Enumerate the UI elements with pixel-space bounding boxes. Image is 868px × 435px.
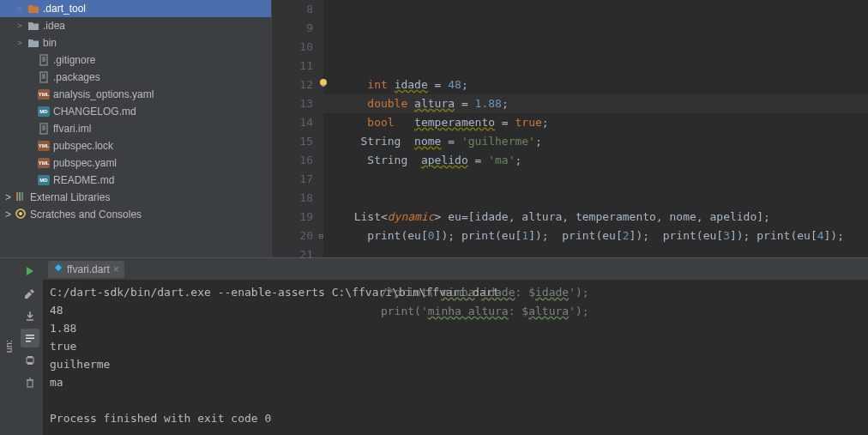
svg-rect-0	[40, 55, 47, 65]
code-line[interactable]: String nome = 'guilherme';	[341, 132, 868, 151]
line-number[interactable]: 16	[272, 151, 313, 170]
line-number[interactable]: 19	[272, 208, 313, 227]
file-icon	[38, 123, 50, 135]
svg-rect-13	[19, 192, 21, 201]
code-line[interactable]: print(eu[0]); print(eu[1]); print(eu[2])…	[341, 227, 868, 245]
run-tab-label: ffvari.dart	[67, 263, 110, 275]
line-number[interactable]: 20	[272, 227, 313, 245]
code-line[interactable]: /*print('mimha idade: $idade');	[341, 283, 868, 302]
expand-arrow-icon[interactable]: >	[15, 21, 24, 30]
code-line[interactable]	[341, 57, 868, 76]
folder-icon	[27, 37, 39, 49]
run-toolbar	[17, 258, 43, 435]
tree-item[interactable]: >ffvari.iml	[0, 120, 271, 137]
tree-item-label: bin	[43, 37, 57, 49]
code-line[interactable]	[341, 245, 868, 264]
tree-item[interactable]: >YMLanalysis_options.yaml	[0, 86, 271, 103]
svg-rect-8	[40, 124, 47, 134]
code-line[interactable]: int idade = 48;	[341, 76, 868, 94]
tree-item-label: pubspec.lock	[53, 140, 113, 152]
expand-arrow-icon[interactable]: >	[15, 4, 24, 13]
tree-item[interactable]: >YMLpubspec.lock	[0, 137, 271, 154]
code-line[interactable]: String apelido = 'ma';	[341, 151, 868, 170]
svg-marker-19	[27, 267, 33, 275]
yaml-file-icon: YML	[38, 158, 50, 168]
file-icon	[38, 54, 50, 66]
tree-item-label: .packages	[53, 71, 100, 83]
line-number[interactable]: 10	[272, 38, 313, 57]
line-number[interactable]: 12	[272, 76, 313, 94]
svg-rect-22	[26, 338, 34, 340]
yaml-file-icon: YML	[38, 89, 50, 100]
editor-gutter[interactable]: ⊟ 89101112131415161718192021	[272, 0, 323, 257]
close-icon[interactable]: ×	[113, 263, 119, 275]
dart-icon	[53, 263, 63, 275]
code-line[interactable]: double altura = 1.88;	[341, 94, 868, 113]
trash-button[interactable]	[21, 373, 39, 392]
svg-rect-14	[21, 192, 23, 201]
scratches-and-consoles[interactable]: >Scratches and Consoles	[0, 206, 271, 223]
tree-item-label: README.md	[53, 174, 114, 186]
svg-point-16	[19, 212, 22, 215]
folder-icon	[27, 20, 39, 32]
code-line[interactable]: List<dynamic> eu=[idade, altura, tempera…	[341, 208, 868, 227]
tree-item[interactable]: >.dart_tool	[0, 0, 271, 17]
tree-item-label: .gitignore	[53, 54, 95, 66]
run-tab-ffvari[interactable]: ffvari.dart ×	[48, 261, 124, 278]
line-number[interactable]: 8	[272, 0, 313, 19]
line-number[interactable]: 15	[272, 132, 313, 151]
tree-item-label: CHANGELOG.md	[53, 106, 136, 118]
editor-content[interactable]: int idade = 48; double altura = 1.88; bo…	[323, 0, 868, 257]
project-tree[interactable]: >.dart_tool>.idea>bin>.gitignore>.packag…	[0, 0, 271, 257]
print-button[interactable]	[21, 351, 39, 370]
library-icon	[15, 190, 27, 205]
down-button[interactable]	[21, 306, 39, 325]
code-line[interactable]	[341, 170, 868, 189]
code-line[interactable]	[341, 189, 868, 208]
code-line[interactable]: bool temperamento = true;	[341, 113, 868, 132]
line-number[interactable]: 14	[272, 113, 313, 132]
tree-item[interactable]: >YMLpubspec.yaml	[0, 154, 271, 172]
markdown-file-icon: MD	[38, 175, 50, 185]
svg-rect-25	[27, 356, 33, 358]
line-number[interactable]: 18	[272, 189, 313, 208]
line-number[interactable]: 13	[272, 94, 313, 113]
code-line[interactable]	[341, 264, 868, 283]
tree-item[interactable]: >MDREADME.md	[0, 172, 271, 189]
line-number[interactable]: 9	[272, 19, 313, 38]
toggle-soft-wrap-button[interactable]	[21, 329, 39, 347]
external-libraries[interactable]: >External Libraries	[0, 189, 271, 206]
line-number[interactable]: 21	[272, 245, 313, 264]
expand-arrow-icon[interactable]: >	[15, 39, 24, 47]
scratch-icon	[15, 208, 27, 222]
svg-rect-12	[16, 192, 18, 201]
tree-item[interactable]: >.gitignore	[0, 51, 271, 69]
svg-rect-23	[26, 341, 31, 342]
run-label: un:	[0, 258, 17, 435]
tool-button[interactable]	[21, 284, 39, 303]
tree-item-label: .idea	[43, 20, 65, 32]
tree-item-label: ffvari.iml	[53, 123, 91, 135]
svg-rect-4	[40, 72, 47, 82]
tree-item-label: pubspec.yaml	[53, 157, 117, 169]
tree-item[interactable]: >.packages	[0, 69, 271, 86]
tree-item-label: .dart_tool	[43, 3, 86, 15]
file-icon	[38, 71, 50, 83]
yaml-file-icon: YML	[38, 141, 50, 151]
svg-rect-26	[27, 362, 33, 365]
tree-item[interactable]: >.idea	[0, 17, 271, 34]
scratches-label: Scratches and Consoles	[30, 208, 142, 221]
svg-rect-21	[26, 335, 34, 336]
line-number[interactable]: 17	[272, 170, 313, 189]
code-line[interactable]: print('minha altura: $altura');	[341, 302, 868, 321]
external-libraries-label: External Libraries	[30, 191, 110, 203]
code-editor[interactable]: ⊟ 89101112131415161718192021 int idade =…	[271, 0, 868, 257]
tree-item-label: analysis_options.yaml	[53, 88, 154, 100]
folder-open-icon	[27, 3, 39, 15]
tree-item[interactable]: >MDCHANGELOG.md	[0, 103, 271, 120]
rerun-button[interactable]	[21, 262, 39, 281]
markdown-file-icon: MD	[38, 106, 50, 117]
line-number[interactable]: 11	[272, 57, 313, 76]
tree-item[interactable]: >bin	[0, 34, 271, 51]
svg-rect-27	[27, 380, 33, 387]
